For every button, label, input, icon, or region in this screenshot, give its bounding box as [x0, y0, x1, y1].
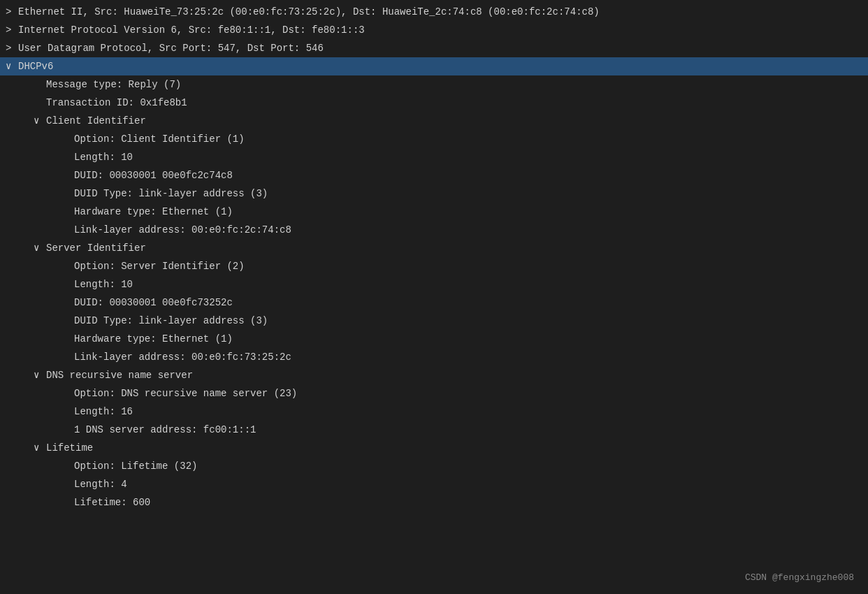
tree-row-lifetime-value: Lifetime: 600	[0, 493, 868, 512]
row-text-lifetime-option: Option: Lifetime (32)	[74, 458, 197, 474]
row-text-msg-type: Message type: Reply (7)	[46, 77, 181, 92]
row-text-server-length: Length: 10	[74, 277, 133, 292]
row-text-client-option: Option: Client Identifier (1)	[74, 131, 245, 147]
row-text-dns-recursive: DNS recursive name server	[46, 368, 193, 383]
collapse-icon[interactable]: ∨	[34, 368, 45, 383]
row-text-client-duid: DUID: 00030001 00e0fc2c74c8	[74, 168, 233, 183]
tree-row-server-option: Option: Server Identifier (2)	[0, 257, 868, 275]
tree-row-dns-server-addr: 1 DNS server address: fc00:1::1	[0, 421, 868, 439]
expand-icon[interactable]: >	[6, 41, 17, 56]
tree-row-dns-recursive[interactable]: ∨DNS recursive name server	[0, 366, 868, 384]
tree-row-client-duid-type: DUID Type: link-layer address (3)	[0, 184, 868, 203]
tree-row-lifetime-option: Option: Lifetime (32)	[0, 457, 868, 475]
tree-row-ipv6[interactable]: >Internet Protocol Version 6, Src: fe80:…	[0, 21, 868, 39]
packet-tree: >Ethernet II, Src: HuaweiTe_73:25:2c (00…	[0, 0, 868, 514]
row-text-ethernet: Ethernet II, Src: HuaweiTe_73:25:2c (00:…	[18, 4, 600, 20]
tree-row-server-identifier[interactable]: ∨Server Identifier	[0, 239, 868, 257]
row-text-ipv6: Internet Protocol Version 6, Src: fe80:1…	[18, 22, 365, 38]
row-text-server-ll-addr: Link-layer address: 00:e0:fc:73:25:2c	[74, 349, 291, 365]
tree-row-ethernet[interactable]: >Ethernet II, Src: HuaweiTe_73:25:2c (00…	[0, 3, 868, 21]
tree-row-server-duid-type: DUID Type: link-layer address (3)	[0, 312, 868, 330]
tree-row-dhcpv6[interactable]: ∨DHCPv6	[0, 57, 868, 75]
row-text-client-length: Length: 10	[74, 150, 133, 165]
row-text-server-duid-type: DUID Type: link-layer address (3)	[74, 313, 268, 328]
tree-row-client-option: Option: Client Identifier (1)	[0, 130, 868, 148]
tree-row-lifetime-length: Length: 4	[0, 475, 868, 493]
row-text-server-hw-type: Hardware type: Ethernet (1)	[74, 331, 233, 347]
row-text-client-hw-type: Hardware type: Ethernet (1)	[74, 204, 233, 219]
watermark: CSDN @fengxingzhe008	[745, 572, 854, 583]
row-text-lifetime-length: Length: 4	[74, 477, 127, 492]
row-text-udp: User Datagram Protocol, Src Port: 547, D…	[18, 41, 324, 56]
expand-icon[interactable]: >	[6, 4, 17, 20]
tree-row-server-hw-type: Hardware type: Ethernet (1)	[0, 330, 868, 348]
row-text-dns-option: Option: DNS recursive name server (23)	[74, 386, 297, 401]
tree-row-transaction-id: Transaction ID: 0x1fe8b1	[0, 94, 868, 112]
collapse-icon[interactable]: ∨	[34, 440, 45, 456]
row-text-dns-length: Length: 16	[74, 404, 133, 419]
tree-row-server-duid: DUID: 00030001 00e0fc73252c	[0, 294, 868, 312]
row-text-lifetime-value: Lifetime: 600	[74, 495, 150, 510]
collapse-icon[interactable]: ∨	[6, 59, 17, 74]
tree-row-udp[interactable]: >User Datagram Protocol, Src Port: 547, …	[0, 39, 868, 57]
tree-row-server-length: Length: 10	[0, 275, 868, 294]
tree-row-dns-option: Option: DNS recursive name server (23)	[0, 384, 868, 403]
expand-icon[interactable]: >	[6, 22, 17, 38]
row-text-lifetime: Lifetime	[46, 440, 93, 456]
tree-row-server-ll-addr: Link-layer address: 00:e0:fc:73:25:2c	[0, 348, 868, 366]
tree-row-msg-type: Message type: Reply (7)	[0, 75, 868, 94]
row-text-server-option: Option: Server Identifier (2)	[74, 259, 245, 274]
tree-row-client-duid: DUID: 00030001 00e0fc2c74c8	[0, 166, 868, 184]
collapse-icon[interactable]: ∨	[34, 113, 45, 129]
tree-row-client-length: Length: 10	[0, 148, 868, 166]
row-text-transaction-id: Transaction ID: 0x1fe8b1	[46, 95, 187, 110]
row-text-server-duid: DUID: 00030001 00e0fc73252c	[74, 295, 233, 310]
tree-row-dns-length: Length: 16	[0, 403, 868, 421]
row-text-dhcpv6: DHCPv6	[18, 59, 53, 74]
row-text-client-identifier: Client Identifier	[46, 113, 146, 129]
tree-row-client-ll-addr: Link-layer address: 00:e0:fc:2c:74:c8	[0, 221, 868, 239]
tree-row-lifetime[interactable]: ∨Lifetime	[0, 439, 868, 457]
row-text-client-ll-addr: Link-layer address: 00:e0:fc:2c:74:c8	[74, 222, 291, 238]
row-text-client-duid-type: DUID Type: link-layer address (3)	[74, 186, 268, 201]
row-text-server-identifier: Server Identifier	[46, 240, 146, 256]
tree-row-client-identifier[interactable]: ∨Client Identifier	[0, 112, 868, 130]
row-text-dns-server-addr: 1 DNS server address: fc00:1::1	[74, 422, 256, 437]
collapse-icon[interactable]: ∨	[34, 240, 45, 256]
tree-row-client-hw-type: Hardware type: Ethernet (1)	[0, 203, 868, 221]
